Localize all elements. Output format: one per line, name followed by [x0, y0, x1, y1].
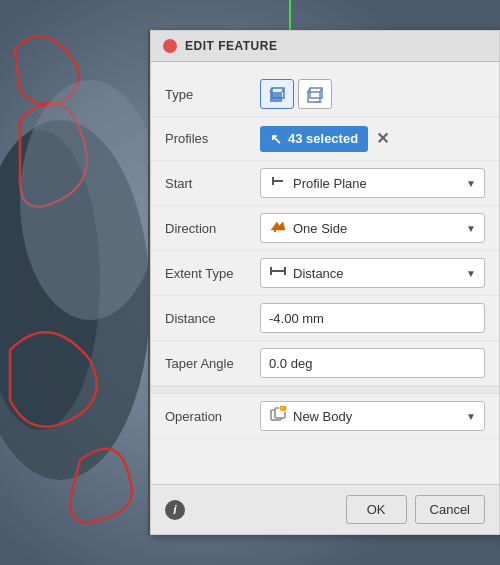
panel-title: EDIT FEATURE — [185, 39, 277, 53]
start-dropdown[interactable]: Profile Plane ▼ — [260, 168, 485, 198]
profile-plane-icon — [269, 173, 287, 193]
info-button[interactable]: i — [165, 500, 185, 520]
extent-type-row: Extent Type Distance ▼ — [151, 251, 499, 296]
start-dropdown-inner: Profile Plane — [269, 173, 367, 193]
direction-row: Direction One Side ▼ — [151, 206, 499, 251]
direction-label: Direction — [165, 221, 260, 236]
operation-control: ! New Body ▼ — [260, 401, 485, 431]
taper-angle-value[interactable]: 0.0 deg — [260, 348, 485, 378]
direction-icon — [269, 218, 287, 238]
operation-dropdown-arrow: ▼ — [466, 411, 476, 422]
footer-buttons: OK Cancel — [346, 495, 485, 524]
extent-type-label: Extent Type — [165, 266, 260, 281]
extent-type-dropdown-arrow: ▼ — [466, 268, 476, 279]
panel-header-icon — [163, 39, 177, 53]
extent-type-dropdown[interactable]: Distance ▼ — [260, 258, 485, 288]
info-icon: i — [173, 503, 176, 517]
new-body-icon: ! — [269, 406, 287, 426]
extent-type-value: Distance — [293, 266, 344, 281]
start-row: Start Profile Plane ▼ — [151, 161, 499, 206]
direction-control: One Side ▼ — [260, 213, 485, 243]
direction-dropdown-arrow: ▼ — [466, 223, 476, 234]
extrude-icon — [267, 84, 287, 104]
profiles-clear-button[interactable]: ✕ — [376, 131, 389, 147]
panel-header: EDIT FEATURE — [151, 31, 499, 62]
operation-dropdown[interactable]: ! New Body ▼ — [260, 401, 485, 431]
direction-dropdown[interactable]: One Side ▼ — [260, 213, 485, 243]
ok-button[interactable]: OK — [346, 495, 407, 524]
distance-row: Distance -4.00 mm — [151, 296, 499, 341]
form-separator — [151, 386, 499, 394]
direction-value: One Side — [293, 221, 347, 236]
panel-footer: i OK Cancel — [151, 484, 499, 534]
extent-type-control: Distance ▼ — [260, 258, 485, 288]
operation-row: Operation ! New Body — [151, 394, 499, 439]
svg-point-3 — [20, 80, 160, 320]
start-label: Start — [165, 176, 260, 191]
operation-value: New Body — [293, 409, 352, 424]
cancel-button[interactable]: Cancel — [415, 495, 485, 524]
panel-body: Type — [151, 62, 499, 449]
start-dropdown-arrow: ▼ — [466, 178, 476, 189]
distance-value[interactable]: -4.00 mm — [260, 303, 485, 333]
type-btn-thin[interactable] — [298, 79, 332, 109]
svg-marker-17 — [271, 222, 285, 230]
profiles-label: Profiles — [165, 131, 260, 146]
profiles-selected-text: 43 selected — [288, 131, 358, 146]
type-btn-extrude[interactable] — [260, 79, 294, 109]
cursor-icon: ↖ — [270, 131, 282, 147]
operation-dropdown-inner: ! New Body — [269, 406, 352, 426]
distance-control: -4.00 mm — [260, 303, 485, 333]
svg-rect-18 — [274, 229, 276, 232]
type-control — [260, 79, 485, 109]
type-buttons — [260, 79, 332, 109]
start-control: Profile Plane ▼ — [260, 168, 485, 198]
profiles-control: ↖ 43 selected ✕ — [260, 126, 485, 152]
thin-extrude-icon — [305, 84, 325, 104]
start-value: Profile Plane — [293, 176, 367, 191]
taper-angle-row: Taper Angle 0.0 deg — [151, 341, 499, 386]
taper-angle-label: Taper Angle — [165, 356, 260, 371]
taper-angle-control: 0.0 deg — [260, 348, 485, 378]
extent-type-icon — [269, 264, 287, 282]
edit-feature-panel: EDIT FEATURE Type — [150, 30, 500, 535]
extent-type-dropdown-inner: Distance — [269, 264, 344, 282]
direction-dropdown-inner: One Side — [269, 218, 347, 238]
operation-label: Operation — [165, 409, 260, 424]
svg-text:!: ! — [281, 406, 283, 412]
distance-label: Distance — [165, 311, 260, 326]
type-row: Type — [151, 72, 499, 117]
profiles-row: Profiles ↖ 43 selected ✕ — [151, 117, 499, 161]
profiles-badge[interactable]: ↖ 43 selected — [260, 126, 368, 152]
type-label: Type — [165, 87, 260, 102]
